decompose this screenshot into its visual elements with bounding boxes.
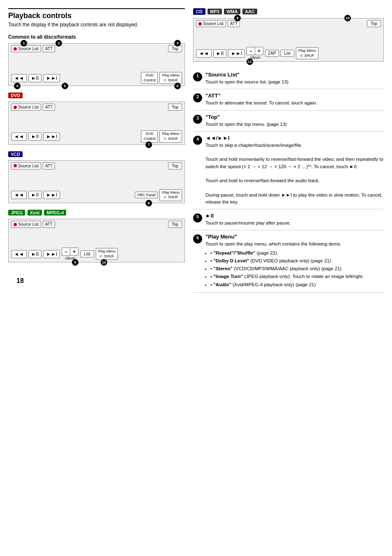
dvd-source-list-label: Source List — [18, 105, 39, 109]
jpeg-top-button[interactable]: Top — [168, 221, 182, 228]
jpeg-next-button[interactable]: ►►I — [43, 250, 60, 258]
dvd-att-button[interactable]: ATT — [43, 104, 55, 111]
cd-panel: Source List ATT Top ◄◄ ►II ►►I – + — [193, 18, 384, 62]
jpeg-panel: Source List ATT Top ◄◄ ►II ►►I – + — [8, 219, 185, 262]
callout-8: 8 — [145, 200, 152, 206]
desc-row-2: 2 "ATT" Touch to attenuate the sound. To… — [193, 89, 384, 110]
desc-body-3: Touch to open the top menu. (page 13) — [205, 121, 384, 128]
cd-top-button[interactable]: Top — [367, 20, 381, 27]
cd-next-button[interactable]: ►►I — [228, 49, 245, 58]
callout-7: 7 — [145, 141, 152, 148]
desc-row-4: 4 ◄◄/►►I Touch to skip a chapter/track/s… — [193, 132, 384, 209]
wma-tag: WMA — [224, 9, 240, 14]
att-button[interactable]: ATT — [43, 45, 55, 52]
cd-play-menu-shuf-button[interactable]: Play Menu ⊂ SHUF — [296, 47, 318, 59]
dvd-prev-button[interactable]: ◄◄ — [11, 132, 27, 141]
desc-row-6: 6 "Play Menu" Touch to open the play men… — [193, 230, 384, 293]
cd-album-plus-button[interactable]: + — [255, 47, 263, 55]
source-dot-icon — [14, 47, 17, 51]
dvd-top-button[interactable]: Top — [168, 104, 182, 111]
pbc-panel-button[interactable]: PBC Panel — [135, 192, 158, 198]
desc-body-1: Touch to open the source list. (page 13) — [205, 79, 384, 86]
vcd-panel: Source List ATT Top ◄◄ ►II ►►I PBC Panel… — [8, 160, 185, 203]
desc-title-1: "Source List" — [205, 72, 384, 78]
jpeg-source-list-label: Source List — [18, 222, 39, 227]
callout-5: 5 — [62, 83, 68, 89]
cd-prev-button[interactable]: ◄◄ — [196, 49, 212, 58]
mp3-tag: MP3 — [208, 9, 222, 14]
vcd-play-pause-button[interactable]: ►II — [28, 191, 42, 199]
vcd-play-menu-shuf-button[interactable]: Play Menu ⊂ SHUF — [159, 189, 182, 201]
vcd-next-button[interactable]: ►►I — [43, 191, 60, 199]
jpeg-source-list-button[interactable]: Source List — [11, 221, 41, 228]
cd-list-button[interactable]: List — [281, 50, 295, 57]
desc-title-6: "Play Menu" — [205, 234, 384, 240]
callout-2: 2 — [55, 40, 62, 46]
desc-row-3: 3 "Top" Touch to open the top menu. (pag… — [193, 111, 384, 132]
vcd-att-button[interactable]: ATT — [43, 162, 55, 169]
descriptions-list: 1 "Source List" Touch to open the source… — [193, 68, 384, 293]
page-title: Playback controls — [8, 8, 185, 20]
cd-album-group: – + Album — [247, 47, 263, 60]
callout-9: 9 — [72, 259, 78, 266]
jpeg-list-button[interactable]: List — [80, 250, 94, 257]
vcd-source-list-button[interactable]: Source List — [11, 162, 41, 169]
dvd-source-list-button[interactable]: Source List — [11, 104, 41, 111]
desc-content-6: "Play Menu" Touch to open the play menu,… — [205, 234, 384, 289]
vcd-tag: VCD — [8, 151, 23, 157]
jpeg-prev-button[interactable]: ◄◄ — [11, 250, 27, 258]
prev-button[interactable]: ◄◄ — [11, 74, 27, 82]
source-list-label: Source List — [18, 46, 39, 51]
section-label: Common to all discs/formats — [8, 34, 185, 40]
play-menu-shuf-button[interactable]: Play Menu ⊂ SHUF — [159, 72, 182, 84]
top-button[interactable]: Top — [168, 45, 182, 52]
mpeg4-tag: MPEG-4 — [44, 210, 66, 215]
vcd-source-list-label: Source List — [18, 164, 39, 168]
dvd-control-button[interactable]: DVD Control — [141, 72, 158, 84]
common-panel: Source List ATT Top ◄◄ ►II ►►I DVD Contr… — [8, 43, 185, 86]
jpeg-play-menu-shuf-button[interactable]: Play Menu ⊂ SHUF — [96, 248, 118, 260]
desc-title-4: ◄◄/►►I — [205, 135, 384, 141]
desc-row-5: 5 ►II Touch to pause/resume play after p… — [193, 209, 384, 230]
desc-row-1: 1 "Source List" Touch to open the source… — [193, 68, 384, 89]
dvd-next-button[interactable]: ►►I — [43, 132, 60, 141]
dvd-play-menu-shuf-button[interactable]: Play Menu ⊂ SHUF — [159, 130, 182, 142]
source-list-button[interactable]: Source List — [11, 45, 41, 52]
cd-album-minus-button[interactable]: – — [247, 47, 255, 55]
dvd-play-pause-button[interactable]: ►II — [28, 132, 42, 141]
desc-num-6: 6 — [193, 234, 202, 243]
callout-1: 1 — [21, 40, 27, 46]
dvd-panel: Source List ATT Top ◄◄ ►II ►►I DVD Contr… — [8, 102, 185, 144]
dvd-dvd-control-button[interactable]: DVD Control — [141, 130, 158, 142]
desc-num-2: 2 — [193, 93, 202, 102]
zap-button[interactable]: ZAP — [265, 50, 279, 57]
cd-play-pause-button[interactable]: ►II — [213, 49, 227, 58]
jpeg-tag: JPEG — [8, 210, 25, 215]
vcd-top-button[interactable]: Top — [168, 162, 182, 169]
cd-tag: CD — [193, 8, 205, 15]
album-minus-button[interactable]: – — [62, 248, 70, 256]
desc-body-2: Touch to attenuate the sound. To cancel,… — [205, 100, 384, 107]
page-number: 18 — [16, 277, 24, 285]
play-pause-button[interactable]: ►II — [28, 74, 42, 82]
jpeg-att-button[interactable]: ATT — [43, 221, 55, 228]
dvd-source-dot-icon — [14, 106, 17, 109]
callout-6: 6 — [174, 83, 181, 89]
xvid-tag: Xvid — [28, 210, 42, 215]
desc-body-6: Touch to open the play menu, which conta… — [205, 241, 384, 288]
vcd-prev-button[interactable]: ◄◄ — [11, 191, 27, 199]
cd-callout-9: 9 — [234, 15, 241, 21]
next-button[interactable]: ►►I — [43, 74, 60, 82]
desc-body-4: Touch to skip a chapter/track/scene/imag… — [205, 142, 384, 206]
desc-title-2: "ATT" — [205, 93, 384, 99]
desc-num-3: 3 — [193, 115, 202, 124]
cd-source-list-label: Source List — [203, 21, 224, 26]
desc-content-2: "ATT" Touch to attenuate the sound. To c… — [205, 93, 384, 107]
callout-3: 3 — [174, 40, 181, 46]
album-group: – + Album — [62, 248, 78, 260]
jpeg-play-pause-button[interactable]: ►II — [28, 250, 42, 258]
album-plus-button[interactable]: + — [70, 248, 78, 256]
cd-source-list-button[interactable]: Source List — [196, 20, 226, 27]
desc-body-5: Touch to pause/resume play after pause. — [205, 220, 384, 227]
aac-tag: AAC — [242, 9, 257, 14]
